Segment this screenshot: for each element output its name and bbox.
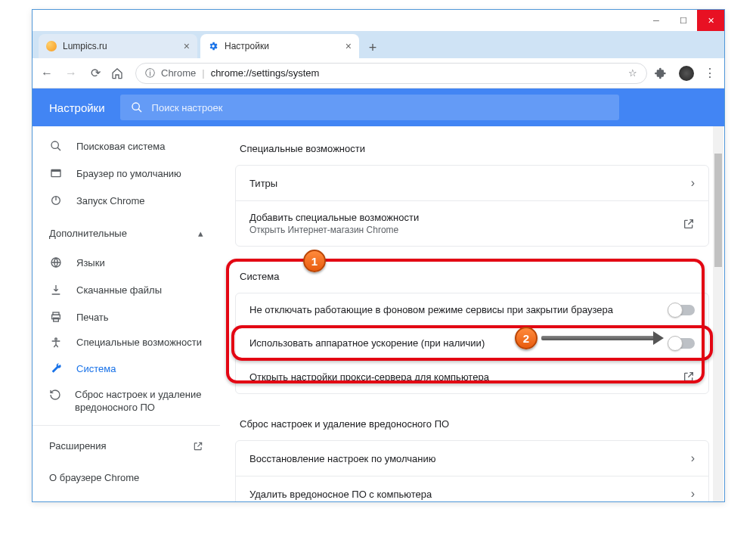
tab-title: Lumpics.ru bbox=[63, 41, 178, 51]
tab-close-icon[interactable]: × bbox=[345, 40, 352, 52]
toggle-background-apps[interactable] bbox=[669, 305, 695, 315]
extensions-label: Расширения bbox=[49, 440, 107, 452]
chevron-right-icon: › bbox=[691, 176, 695, 190]
sidebar-label: Система bbox=[76, 363, 116, 374]
toggle-hardware-accel[interactable] bbox=[669, 338, 695, 349]
menu-icon[interactable]: ⋮ bbox=[702, 66, 718, 80]
extensions-icon[interactable] bbox=[655, 67, 671, 79]
row-cleanup[interactable]: Удалить вредоносное ПО с компьютера › bbox=[236, 476, 708, 501]
scrollbar[interactable] bbox=[713, 126, 723, 501]
accessibility-icon bbox=[49, 337, 63, 349]
print-icon bbox=[49, 311, 63, 323]
section-title-accessibility: Специальные возможности bbox=[235, 134, 709, 165]
sidebar-item-default-browser[interactable]: Браузер по умолчанию bbox=[33, 160, 220, 187]
sidebar-item-accessibility[interactable]: Специальные возможности bbox=[33, 331, 220, 355]
sidebar-item-downloads[interactable]: Скачанные файлы bbox=[33, 276, 220, 303]
page-content: Настройки Поисковая система Браузер по у… bbox=[33, 88, 724, 501]
row-label: Титры bbox=[249, 178, 277, 189]
section-title-reset: Сброс настроек и удаление вредоносного П… bbox=[235, 409, 709, 440]
browser-icon bbox=[49, 167, 63, 179]
card-reset: Восстановление настроек по умолчанию › У… bbox=[235, 440, 709, 501]
search-icon bbox=[131, 101, 143, 113]
card-accessibility: Титры › Добавить специальные возможности… bbox=[235, 165, 709, 247]
settings-search[interactable] bbox=[120, 95, 619, 120]
card-system: Не отключать работающие в фоновом режиме… bbox=[235, 293, 709, 394]
tab-title: Настройки bbox=[225, 41, 339, 51]
sidebar-label: Запуск Chrome bbox=[76, 195, 145, 206]
restore-icon bbox=[49, 389, 61, 401]
svg-point-12 bbox=[55, 338, 57, 340]
row-hardware-accel[interactable]: Использовать аппаратное ускорение (при н… bbox=[236, 326, 708, 359]
settings-main: Специальные возможности Титры › Добавить… bbox=[220, 126, 724, 501]
tab-close-icon[interactable]: × bbox=[184, 40, 190, 52]
settings-title: Настройки bbox=[49, 101, 105, 114]
row-add-accessibility[interactable]: Добавить специальные возможности Открыть… bbox=[236, 200, 708, 246]
favicon-settings bbox=[208, 41, 218, 51]
external-link-icon bbox=[683, 371, 695, 383]
browser-window: ─ ☐ ✕ Lumpics.ru × Настройки × + ← → ⟳ ⓘ… bbox=[32, 9, 725, 502]
row-background-apps[interactable]: Не отключать работающие в фоновом режиме… bbox=[236, 293, 708, 326]
svg-line-1 bbox=[138, 109, 141, 112]
search-input[interactable] bbox=[152, 102, 609, 113]
chevron-up-icon: ▴ bbox=[198, 228, 203, 239]
settings-body: Поисковая система Браузер по умолчанию З… bbox=[33, 126, 724, 501]
external-link-icon bbox=[193, 441, 203, 452]
svg-point-0 bbox=[132, 103, 139, 110]
chevron-right-icon: › bbox=[691, 452, 695, 465]
settings-header: Настройки bbox=[33, 88, 724, 126]
reload-button[interactable]: ⟳ bbox=[87, 66, 104, 80]
scrollbar-thumb[interactable] bbox=[714, 154, 722, 267]
site-info-icon[interactable]: ⓘ bbox=[145, 67, 155, 80]
maximize-button[interactable]: ☐ bbox=[670, 10, 697, 31]
sidebar-label: Языки bbox=[76, 257, 105, 268]
sidebar-item-reset[interactable]: Сброс настроек и удаление вредоносного П… bbox=[33, 383, 220, 421]
globe-icon bbox=[49, 256, 63, 268]
omnibox-scheme: Chrome bbox=[161, 67, 196, 79]
about-label: О браузере Chrome bbox=[49, 472, 139, 483]
row-sublabel: Открыть Интернет-магазин Chrome bbox=[249, 225, 419, 235]
home-button[interactable] bbox=[111, 67, 128, 79]
svg-point-2 bbox=[51, 141, 58, 148]
row-captions[interactable]: Титры › bbox=[236, 166, 708, 200]
svg-rect-5 bbox=[51, 169, 60, 172]
new-tab-button[interactable]: + bbox=[362, 37, 383, 58]
row-restore-defaults[interactable]: Восстановление настроек по умолчанию › bbox=[236, 441, 708, 476]
svg-line-3 bbox=[57, 147, 60, 151]
settings-sidebar: Поисковая система Браузер по умолчанию З… bbox=[33, 126, 220, 501]
row-label: Добавить специальные возможности bbox=[249, 212, 419, 223]
minimize-button[interactable]: ─ bbox=[643, 10, 670, 31]
download-icon bbox=[49, 284, 63, 296]
back-button[interactable]: ← bbox=[39, 67, 55, 80]
address-bar[interactable]: ⓘ Chrome | chrome://settings/system ☆ bbox=[135, 63, 647, 84]
sidebar-about-link[interactable]: О браузере Chrome bbox=[49, 462, 203, 494]
sidebar-item-languages[interactable]: Языки bbox=[33, 249, 220, 276]
sidebar-label: Скачанные файлы bbox=[76, 284, 162, 296]
tab-strip: Lumpics.ru × Настройки × + bbox=[33, 31, 724, 58]
row-label: Удалить вредоносное ПО с компьютера bbox=[249, 489, 432, 500]
window-titlebar: ─ ☐ ✕ bbox=[33, 10, 724, 31]
sidebar-item-startup[interactable]: Запуск Chrome bbox=[33, 187, 220, 214]
sidebar-label: Браузер по умолчанию bbox=[76, 168, 181, 179]
row-proxy-settings[interactable]: Открыть настройки прокси-сервера для ком… bbox=[236, 359, 708, 393]
power-icon bbox=[49, 194, 63, 206]
sidebar-item-search-engine[interactable]: Поисковая система bbox=[33, 132, 220, 160]
search-icon bbox=[49, 140, 63, 152]
sidebar-item-system[interactable]: Система bbox=[33, 355, 220, 383]
profile-avatar[interactable] bbox=[679, 66, 694, 81]
row-label: Не отключать работающие в фоновом режиме… bbox=[249, 304, 613, 315]
sidebar-extensions-link[interactable]: Расширения bbox=[49, 430, 203, 462]
sidebar-label: Печать bbox=[76, 312, 109, 323]
sidebar-label: Специальные возможности bbox=[76, 337, 202, 349]
sidebar-advanced-toggle[interactable]: Дополнительные ▴ bbox=[33, 217, 220, 249]
forward-button[interactable]: → bbox=[63, 67, 79, 80]
sidebar-item-print[interactable]: Печать bbox=[33, 303, 220, 331]
chevron-right-icon: › bbox=[691, 487, 695, 501]
star-icon[interactable]: ☆ bbox=[628, 67, 637, 79]
tab-settings[interactable]: Настройки × bbox=[200, 34, 359, 58]
annotation-badge-2: 2 bbox=[515, 327, 538, 349]
row-label: Восстановление настроек по умолчанию bbox=[249, 453, 436, 464]
close-button[interactable]: ✕ bbox=[697, 10, 724, 31]
tab-lumpics[interactable]: Lumpics.ru × bbox=[39, 34, 197, 58]
sidebar-label: Поисковая система bbox=[76, 141, 166, 152]
row-label: Использовать аппаратное ускорение (при н… bbox=[249, 337, 485, 349]
